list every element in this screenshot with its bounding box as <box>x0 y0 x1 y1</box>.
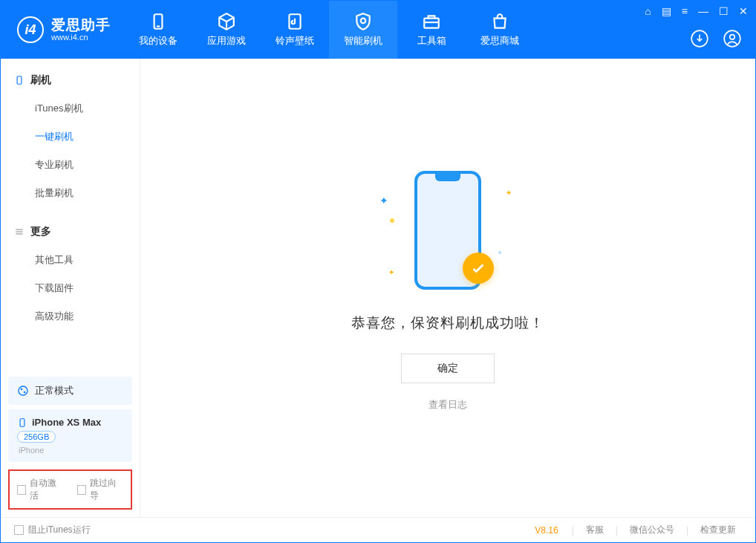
status-card[interactable]: 正常模式 <box>8 377 132 405</box>
tab-toolbox[interactable]: 工具箱 <box>397 1 466 59</box>
svg-rect-9 <box>17 77 22 85</box>
checkbox-auto-activate[interactable]: 自动激活 <box>17 477 64 502</box>
checkbox-label: 阻止iTunes运行 <box>28 524 91 536</box>
app-name: 爱思助手 <box>51 18 111 33</box>
sidebar-item-oneclick-flash[interactable]: 一键刷机 <box>1 123 140 151</box>
checkbox-box-icon <box>77 485 86 495</box>
dot-icon <box>498 251 501 254</box>
svg-point-15 <box>24 391 26 394</box>
sidebar-item-itunes-flash[interactable]: iTunes刷机 <box>1 94 140 123</box>
tab-label: 工具箱 <box>417 34 446 48</box>
logo-icon: i4 <box>17 16 44 43</box>
dot-icon <box>390 218 394 223</box>
sidebar-item-download-firmware[interactable]: 下载固件 <box>1 274 140 302</box>
phone-outline-icon <box>14 75 25 85</box>
bag-icon <box>490 12 509 31</box>
footer-link-update[interactable]: 检查更新 <box>694 524 742 536</box>
app-body: 刷机 iTunes刷机 一键刷机 专业刷机 批量刷机 更多 其他工具 下载固件 … <box>1 59 755 517</box>
tab-label: 铃声壁纸 <box>276 34 314 48</box>
checkmark-badge-icon <box>463 253 494 284</box>
checkbox-box-icon <box>17 485 26 495</box>
app-url: www.i4.cn <box>51 33 111 42</box>
sidebar-item-batch-flash[interactable]: 批量刷机 <box>1 179 140 207</box>
sparkle-icon: ✦ <box>379 195 388 207</box>
confirm-button[interactable]: 确定 <box>401 354 495 383</box>
tab-ringtone-wallpaper[interactable]: 铃声壁纸 <box>261 1 329 59</box>
app-logo: i4 爱思助手 www.i4.cn <box>1 1 124 59</box>
tab-label: 智能刷机 <box>344 34 382 48</box>
checkbox-label: 跳过向导 <box>90 477 123 502</box>
svg-point-13 <box>19 386 27 395</box>
briefcase-icon <box>422 12 441 31</box>
user-icon[interactable] <box>723 29 742 48</box>
success-message: 恭喜您，保资料刷机成功啦！ <box>351 313 544 333</box>
tab-my-device[interactable]: 我的设备 <box>124 1 192 59</box>
download-icon[interactable] <box>690 29 709 48</box>
sidebar-item-advanced[interactable]: 高级功能 <box>1 302 140 331</box>
tab-label: 应用游戏 <box>207 34 246 48</box>
device-model: iPhone XS Max <box>32 417 101 428</box>
device-icon <box>149 12 168 31</box>
maximize-button[interactable]: ☐ <box>719 5 729 17</box>
nav-tabs: 我的设备 应用游戏 铃声壁纸 智能刷机 工具箱 爱思商城 <box>124 1 534 59</box>
svg-point-8 <box>730 35 735 40</box>
sparkle-icon: ✦ <box>506 189 512 197</box>
status-icon <box>17 385 29 397</box>
activation-options: 自动激活 跳过向导 <box>8 469 132 510</box>
sidebar-bottom: 正常模式 iPhone XS Max 256GB iPhone 自动激活 跳过向… <box>1 372 140 517</box>
app-header: i4 爱思助手 www.i4.cn 我的设备 应用游戏 铃声壁纸 智能刷机 工具… <box>1 1 755 59</box>
sidebar-item-other-tools[interactable]: 其他工具 <box>1 246 140 274</box>
sidebar-item-pro-flash[interactable]: 专业刷机 <box>1 151 140 179</box>
main-content: ✦ ✦ ✦ 恭喜您，保资料刷机成功啦！ 确定 查看日志 <box>140 59 755 517</box>
sidebar-header-more: 更多 <box>1 221 140 246</box>
minimize-button[interactable]: — <box>698 5 708 17</box>
list-icon[interactable]: ▤ <box>662 5 671 17</box>
device-storage: 256GB <box>17 431 56 443</box>
tab-label: 爱思商城 <box>480 34 519 48</box>
svg-rect-16 <box>20 418 25 426</box>
logo-text: 爱思助手 www.i4.cn <box>51 18 111 42</box>
view-log-link[interactable]: 查看日志 <box>428 398 467 412</box>
header-actions <box>690 29 742 48</box>
checkbox-label: 自动激活 <box>30 477 63 502</box>
tab-apps-games[interactable]: 应用游戏 <box>192 1 261 59</box>
close-button[interactable]: ✕ <box>739 5 748 17</box>
section-title: 刷机 <box>30 74 51 87</box>
section-title: 更多 <box>30 225 51 238</box>
cube-icon <box>217 12 236 31</box>
status-text: 正常模式 <box>35 384 74 397</box>
tab-store[interactable]: 爱思商城 <box>466 1 534 59</box>
tab-label: 我的设备 <box>139 34 177 48</box>
device-type: iPhone <box>19 446 123 455</box>
device-model-row: iPhone XS Max <box>17 417 123 428</box>
phone-notch-icon <box>435 174 460 181</box>
app-footer: 阻止iTunes运行 V8.16 | 客服 | 微信公众号 | 检查更新 <box>1 517 755 542</box>
separator: | <box>616 525 618 536</box>
sparkle-icon: ✦ <box>388 268 394 276</box>
tab-smart-flash[interactable]: 智能刷机 <box>329 1 397 59</box>
sidebar-section-more: 更多 其他工具 下载固件 高级功能 <box>1 210 140 334</box>
separator: | <box>686 525 688 536</box>
footer-link-support[interactable]: 客服 <box>580 524 610 536</box>
svg-point-14 <box>21 388 23 391</box>
menu-icon[interactable]: ≡ <box>682 5 688 17</box>
checkbox-block-itunes[interactable]: 阻止iTunes运行 <box>14 524 91 536</box>
footer-right: V8.16 | 客服 | 微信公众号 | 检查更新 <box>535 524 742 536</box>
window-controls: ⌂ ▤ ≡ — ☐ ✕ <box>645 5 748 17</box>
device-mini-icon <box>17 417 27 428</box>
music-icon <box>285 12 304 31</box>
sidebar-header-flash: 刷机 <box>1 69 140 94</box>
checkbox-skip-guide[interactable]: 跳过向导 <box>77 477 124 502</box>
footer-link-wechat[interactable]: 微信公众号 <box>624 524 680 536</box>
shirt-icon[interactable]: ⌂ <box>645 5 651 17</box>
device-card[interactable]: iPhone XS Max 256GB iPhone <box>8 409 132 462</box>
shield-icon <box>353 12 373 31</box>
sidebar-section-flash: 刷机 iTunes刷机 一键刷机 专业刷机 批量刷机 <box>1 59 140 210</box>
version-label: V8.16 <box>535 525 558 536</box>
checkbox-box-icon <box>14 525 24 535</box>
list-icon <box>14 227 25 237</box>
svg-point-3 <box>361 19 366 24</box>
sidebar: 刷机 iTunes刷机 一键刷机 专业刷机 批量刷机 更多 其他工具 下载固件 … <box>1 59 140 517</box>
separator: | <box>572 525 574 536</box>
success-illustration: ✦ ✦ ✦ <box>366 165 529 299</box>
